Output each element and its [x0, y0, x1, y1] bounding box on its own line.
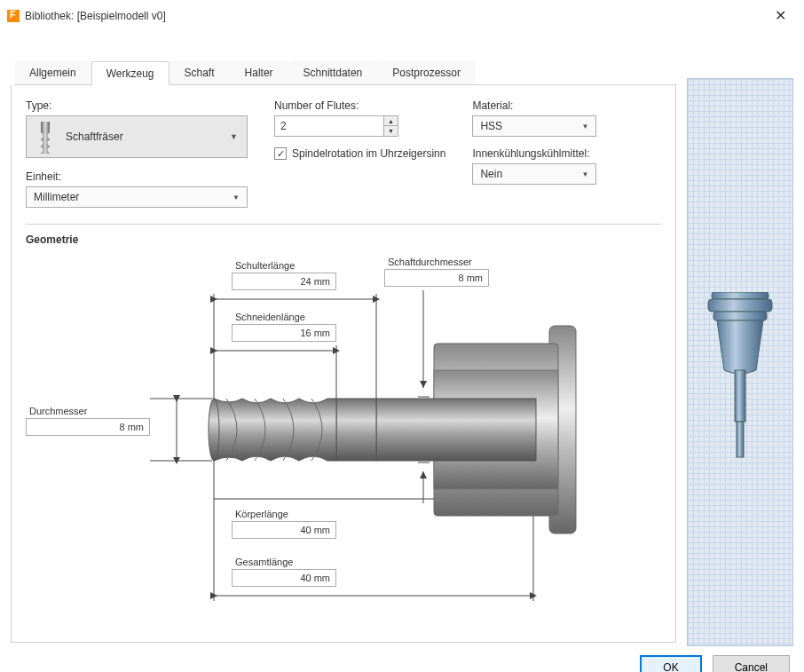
schneidenlaenge-label: Schneidenlänge [232, 310, 336, 324]
durchmesser-input[interactable]: 8 mm [26, 418, 150, 436]
coolant-label: Innenkühlungskühlmittel: [472, 147, 596, 160]
flutes-spinner[interactable]: 2 ▲ ▼ [274, 115, 398, 137]
coolant-value: Nein [480, 168, 502, 180]
titlebar: Bibliothek: [Beispielmodell v0] ✕ [0, 0, 804, 32]
flutes-value: 2 [280, 120, 287, 132]
cancel-button[interactable]: Cancel [713, 655, 790, 672]
tool-preview-panel [687, 78, 793, 646]
close-icon[interactable]: ✕ [768, 5, 793, 26]
dimension-lines [26, 255, 647, 628]
svg-rect-21 [434, 370, 558, 489]
tab-content: Type: Schaftfräser [11, 85, 676, 643]
schneidenlaenge-input[interactable]: 16 mm [232, 324, 336, 342]
durchmesser-label: Durchmesser [26, 404, 150, 418]
flutes-label: Number of Flutes: [274, 99, 445, 112]
tab-werkzeug[interactable]: Werkzeug [91, 61, 169, 85]
material-value: HSS [480, 120, 502, 132]
dialog-footer: OK Cancel [0, 646, 804, 672]
type-label: Type: [26, 99, 248, 112]
schulterlaenge-label: Schulterlänge [232, 258, 336, 273]
svg-marker-14 [420, 471, 427, 478]
spindle-rotation-checkbox[interactable]: ✓ [274, 147, 287, 160]
ok-button[interactable]: OK [640, 655, 701, 672]
spinner-down-icon[interactable]: ▼ [384, 126, 398, 136]
unit-label: Einheit: [26, 170, 248, 183]
svg-point-24 [209, 399, 219, 461]
tool-preview-icon [705, 292, 776, 470]
koerperlaenge-label: Körperlänge [232, 507, 336, 521]
unit-select[interactable]: Millimeter [26, 186, 248, 208]
svg-rect-27 [713, 312, 767, 320]
coolant-select[interactable]: Nein [472, 163, 596, 185]
svg-rect-19 [549, 326, 576, 534]
check-icon: ✓ [277, 148, 285, 160]
tab-bar: Allgemein Werkzeug Schaft Halter Schnitt… [14, 60, 676, 85]
svg-rect-23 [336, 399, 376, 461]
material-select[interactable]: HSS [472, 115, 596, 137]
spinner-up-icon[interactable]: ▲ [384, 116, 398, 126]
endmill-icon [34, 120, 57, 154]
type-select[interactable]: Schaftfräser [26, 115, 248, 158]
gesamtlaenge-input[interactable]: 40 mm [232, 569, 336, 587]
svg-marker-11 [420, 381, 427, 388]
material-label: Material: [472, 99, 596, 112]
koerperlaenge-input[interactable]: 40 mm [232, 521, 336, 539]
schaftdurchmesser-input[interactable]: 8 mm [384, 269, 489, 287]
spindle-rotation-label: Spindelrotation im Uhrzeigersinn [292, 147, 445, 160]
svg-rect-28 [735, 370, 745, 422]
tab-schnittdaten[interactable]: Schnittdaten [288, 60, 378, 84]
unit-value: Millimeter [34, 191, 79, 203]
tab-schaft[interactable]: Schaft [169, 60, 230, 84]
schaftdurchmesser-label: Schaftdurchmesser [384, 255, 489, 269]
tab-halter[interactable]: Halter [230, 60, 288, 84]
svg-rect-25 [712, 292, 769, 299]
tab-postprozessor[interactable]: Postprozessor [377, 60, 476, 84]
svg-rect-26 [708, 299, 772, 312]
schulterlaenge-input[interactable]: 24 mm [232, 273, 336, 290]
app-icon [7, 10, 20, 22]
svg-rect-0 [41, 122, 50, 132]
geometry-diagram: Durchmesser 8 mm Schulterlänge 24 mm Sch… [26, 255, 661, 628]
type-value: Schaftfräser [66, 130, 123, 143]
svg-rect-22 [376, 399, 536, 461]
gesamtlaenge-label: Gesamtlänge [232, 555, 336, 569]
svg-rect-29 [737, 422, 744, 457]
window-title: Bibliothek: [Beispielmodell v0] [25, 10, 166, 22]
tab-allgemein[interactable]: Allgemein [14, 60, 91, 84]
geometry-header: Geometrie [26, 233, 661, 246]
svg-rect-20 [434, 344, 558, 516]
tool-drawing [209, 326, 576, 534]
